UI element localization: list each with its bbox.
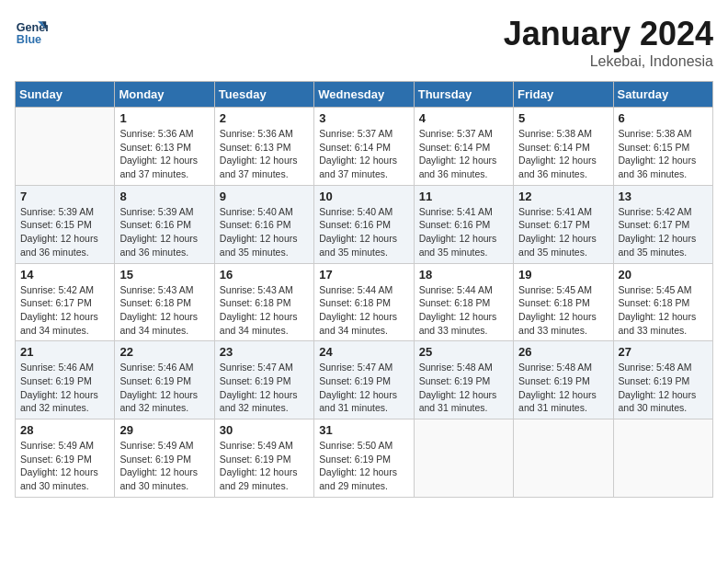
- calendar-cell: 11Sunrise: 5:41 AM Sunset: 6:16 PM Dayli…: [414, 185, 513, 263]
- calendar-cell: 13Sunrise: 5:42 AM Sunset: 6:17 PM Dayli…: [613, 185, 712, 263]
- day-info: Sunrise: 5:47 AM Sunset: 6:19 PM Dayligh…: [319, 361, 408, 415]
- calendar-cell: 10Sunrise: 5:40 AM Sunset: 6:16 PM Dayli…: [314, 185, 414, 263]
- calendar-cell: 5Sunrise: 5:38 AM Sunset: 6:14 PM Daylig…: [514, 108, 613, 186]
- day-info: Sunrise: 5:38 AM Sunset: 6:15 PM Dayligh…: [619, 127, 708, 181]
- calendar-cell: 14Sunrise: 5:42 AM Sunset: 6:17 PM Dayli…: [16, 263, 115, 341]
- day-info: Sunrise: 5:37 AM Sunset: 6:14 PM Dayligh…: [419, 127, 508, 181]
- day-number: 1: [119, 111, 209, 125]
- day-info: Sunrise: 5:40 AM Sunset: 6:16 PM Dayligh…: [319, 205, 408, 259]
- day-number: 31: [319, 423, 408, 437]
- day-info: Sunrise: 5:46 AM Sunset: 6:19 PM Dayligh…: [119, 361, 209, 415]
- calendar-cell: 26Sunrise: 5:48 AM Sunset: 6:19 PM Dayli…: [514, 341, 613, 419]
- day-number: 11: [419, 190, 508, 203]
- day-info: Sunrise: 5:40 AM Sunset: 6:16 PM Dayligh…: [220, 205, 309, 259]
- day-info: Sunrise: 5:44 AM Sunset: 6:18 PM Dayligh…: [319, 283, 408, 338]
- day-number: 9: [220, 190, 309, 203]
- calendar-cell: 31Sunrise: 5:50 AM Sunset: 6:19 PM Dayli…: [314, 419, 414, 498]
- day-info: Sunrise: 5:48 AM Sunset: 6:19 PM Dayligh…: [518, 361, 608, 415]
- day-info: Sunrise: 5:49 AM Sunset: 6:19 PM Dayligh…: [220, 439, 309, 493]
- logo-icon: General Blue: [15, 15, 48, 48]
- calendar-cell: 23Sunrise: 5:47 AM Sunset: 6:19 PM Dayli…: [214, 341, 313, 419]
- calendar-cell: 6Sunrise: 5:38 AM Sunset: 6:15 PM Daylig…: [613, 108, 712, 186]
- weekday-header-row: SundayMondayTuesdayWednesdayThursdayFrid…: [16, 82, 713, 108]
- logo: General Blue: [15, 15, 48, 48]
- day-number: 15: [119, 268, 209, 282]
- month-title: January 2024: [504, 15, 713, 53]
- day-number: 16: [220, 268, 309, 282]
- calendar-cell: 22Sunrise: 5:46 AM Sunset: 6:19 PM Dayli…: [115, 341, 214, 419]
- calendar-cell: 28Sunrise: 5:49 AM Sunset: 6:19 PM Dayli…: [16, 419, 115, 498]
- day-info: Sunrise: 5:43 AM Sunset: 6:18 PM Dayligh…: [220, 283, 309, 338]
- day-number: 18: [419, 268, 508, 282]
- calendar-cell: 20Sunrise: 5:45 AM Sunset: 6:18 PM Dayli…: [613, 263, 712, 341]
- day-number: 4: [419, 111, 508, 125]
- day-number: 12: [518, 190, 608, 203]
- day-number: 17: [319, 268, 408, 282]
- day-info: Sunrise: 5:39 AM Sunset: 6:15 PM Dayligh…: [20, 205, 109, 259]
- title-area: January 2024 Lekebai, Indonesia: [504, 15, 713, 70]
- day-number: 27: [619, 345, 708, 359]
- day-info: Sunrise: 5:44 AM Sunset: 6:18 PM Dayligh…: [419, 283, 508, 338]
- calendar-cell: 7Sunrise: 5:39 AM Sunset: 6:15 PM Daylig…: [16, 185, 115, 263]
- calendar-week-row: 14Sunrise: 5:42 AM Sunset: 6:17 PM Dayli…: [16, 263, 713, 341]
- day-info: Sunrise: 5:47 AM Sunset: 6:19 PM Dayligh…: [220, 361, 309, 415]
- calendar-cell: 29Sunrise: 5:49 AM Sunset: 6:19 PM Dayli…: [115, 419, 214, 498]
- calendar-cell: 4Sunrise: 5:37 AM Sunset: 6:14 PM Daylig…: [414, 108, 513, 186]
- day-number: 10: [319, 190, 408, 203]
- day-info: Sunrise: 5:45 AM Sunset: 6:18 PM Dayligh…: [619, 283, 708, 338]
- day-info: Sunrise: 5:42 AM Sunset: 6:17 PM Dayligh…: [619, 205, 708, 259]
- calendar-cell: 15Sunrise: 5:43 AM Sunset: 6:18 PM Dayli…: [115, 263, 214, 341]
- day-info: Sunrise: 5:45 AM Sunset: 6:18 PM Dayligh…: [518, 283, 608, 338]
- day-number: 3: [319, 111, 408, 125]
- day-info: Sunrise: 5:50 AM Sunset: 6:19 PM Dayligh…: [319, 439, 408, 493]
- day-info: Sunrise: 5:49 AM Sunset: 6:19 PM Dayligh…: [20, 439, 109, 493]
- calendar-cell: 1Sunrise: 5:36 AM Sunset: 6:13 PM Daylig…: [115, 108, 214, 186]
- calendar-week-row: 28Sunrise: 5:49 AM Sunset: 6:19 PM Dayli…: [16, 419, 713, 498]
- day-number: 26: [518, 345, 608, 359]
- day-number: 30: [220, 423, 309, 437]
- weekday-header: Friday: [514, 82, 613, 108]
- calendar-cell: 24Sunrise: 5:47 AM Sunset: 6:19 PM Dayli…: [314, 341, 414, 419]
- calendar-cell: 18Sunrise: 5:44 AM Sunset: 6:18 PM Dayli…: [414, 263, 513, 341]
- day-info: Sunrise: 5:49 AM Sunset: 6:19 PM Dayligh…: [119, 439, 209, 493]
- calendar-cell: 3Sunrise: 5:37 AM Sunset: 6:14 PM Daylig…: [314, 108, 414, 186]
- calendar-cell: [16, 108, 115, 186]
- day-info: Sunrise: 5:36 AM Sunset: 6:13 PM Dayligh…: [220, 127, 309, 181]
- calendar-cell: 12Sunrise: 5:41 AM Sunset: 6:17 PM Dayli…: [514, 185, 613, 263]
- calendar-cell: 8Sunrise: 5:39 AM Sunset: 6:16 PM Daylig…: [115, 185, 214, 263]
- day-info: Sunrise: 5:41 AM Sunset: 6:17 PM Dayligh…: [518, 205, 608, 259]
- svg-text:Blue: Blue: [17, 33, 41, 46]
- day-number: 20: [619, 268, 708, 282]
- calendar-cell: 16Sunrise: 5:43 AM Sunset: 6:18 PM Dayli…: [214, 263, 313, 341]
- weekday-header: Saturday: [613, 82, 712, 108]
- day-number: 6: [619, 111, 708, 125]
- day-number: 24: [319, 345, 408, 359]
- calendar-cell: [414, 419, 513, 498]
- weekday-header: Tuesday: [214, 82, 313, 108]
- calendar-cell: 17Sunrise: 5:44 AM Sunset: 6:18 PM Dayli…: [314, 263, 414, 341]
- day-number: 2: [220, 111, 309, 125]
- day-number: 28: [20, 423, 109, 437]
- calendar-cell: 19Sunrise: 5:45 AM Sunset: 6:18 PM Dayli…: [514, 263, 613, 341]
- day-number: 5: [518, 111, 608, 125]
- weekday-header: Wednesday: [314, 82, 414, 108]
- day-number: 19: [518, 268, 608, 282]
- day-info: Sunrise: 5:36 AM Sunset: 6:13 PM Dayligh…: [119, 127, 209, 181]
- day-number: 29: [119, 423, 209, 437]
- weekday-header: Monday: [115, 82, 214, 108]
- day-number: 25: [419, 345, 508, 359]
- day-info: Sunrise: 5:41 AM Sunset: 6:16 PM Dayligh…: [419, 205, 508, 259]
- calendar-week-row: 21Sunrise: 5:46 AM Sunset: 6:19 PM Dayli…: [16, 341, 713, 419]
- weekday-header: Sunday: [16, 82, 115, 108]
- calendar-cell: 9Sunrise: 5:40 AM Sunset: 6:16 PM Daylig…: [214, 185, 313, 263]
- day-number: 22: [119, 345, 209, 359]
- calendar-cell: [613, 419, 712, 498]
- calendar-cell: [514, 419, 613, 498]
- calendar-week-row: 7Sunrise: 5:39 AM Sunset: 6:15 PM Daylig…: [16, 185, 713, 263]
- calendar-cell: 30Sunrise: 5:49 AM Sunset: 6:19 PM Dayli…: [214, 419, 313, 498]
- calendar-cell: 25Sunrise: 5:48 AM Sunset: 6:19 PM Dayli…: [414, 341, 513, 419]
- day-info: Sunrise: 5:39 AM Sunset: 6:16 PM Dayligh…: [119, 205, 209, 259]
- calendar-cell: 27Sunrise: 5:48 AM Sunset: 6:19 PM Dayli…: [613, 341, 712, 419]
- day-info: Sunrise: 5:43 AM Sunset: 6:18 PM Dayligh…: [119, 283, 209, 338]
- day-number: 13: [619, 190, 708, 203]
